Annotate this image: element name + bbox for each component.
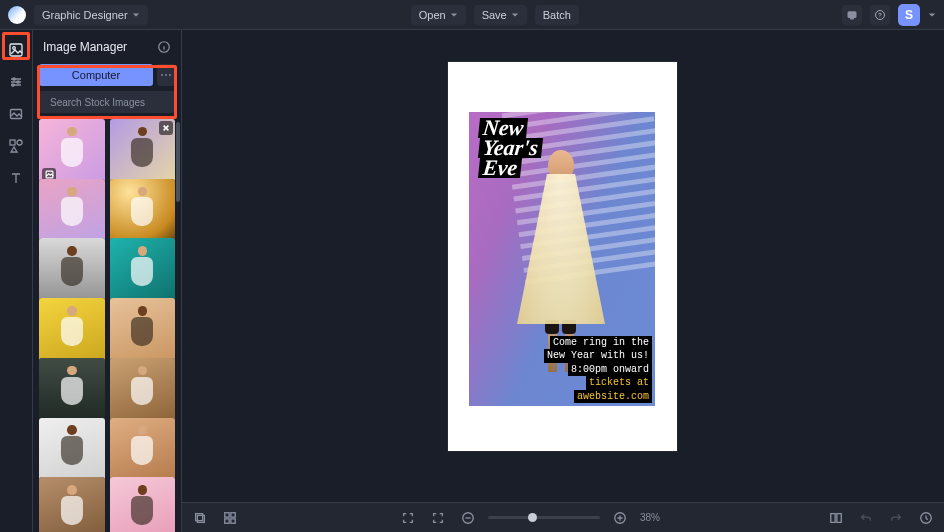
dots-icon: ⋯ xyxy=(160,69,173,81)
search-stock-input[interactable] xyxy=(50,97,177,108)
thumb-5[interactable] xyxy=(39,238,105,304)
info-line-2: New Year with us! xyxy=(544,349,652,363)
upload-row: Computer ⋯ xyxy=(33,64,181,86)
undo-button[interactable] xyxy=(856,508,876,528)
thumb-6[interactable] xyxy=(110,238,176,304)
batch-label: Batch xyxy=(543,9,571,21)
rail-background[interactable] xyxy=(6,104,26,124)
svg-rect-18 xyxy=(225,518,229,522)
info-button[interactable] xyxy=(157,40,171,54)
bottom-right-tools xyxy=(826,508,936,528)
compare-icon xyxy=(829,511,843,525)
info-line-5: awebsite.com xyxy=(574,390,652,404)
rail-image-manager[interactable] xyxy=(6,40,26,60)
avatar-initial: S xyxy=(905,8,913,22)
actual-size-button[interactable] xyxy=(428,508,448,528)
layers-button[interactable] xyxy=(190,508,210,528)
upload-computer-button[interactable]: Computer xyxy=(39,64,153,86)
zoom-slider-handle[interactable] xyxy=(528,513,537,522)
mode-select[interactable]: Graphic Designer xyxy=(34,5,148,25)
thumb-2[interactable] xyxy=(110,119,176,185)
thumb-image xyxy=(110,477,176,532)
canvas-area[interactable]: New Year's Eve Come ring in the New Year… xyxy=(182,30,944,502)
thumb-4[interactable] xyxy=(110,179,176,245)
rail-adjust[interactable] xyxy=(6,72,26,92)
grid-toggle-button[interactable] xyxy=(220,508,240,528)
thumb-9[interactable] xyxy=(39,358,105,424)
svg-rect-23 xyxy=(837,513,841,522)
chevron-down-icon xyxy=(132,11,140,19)
thumb-12[interactable] xyxy=(110,418,176,484)
svg-point-10 xyxy=(17,140,22,145)
svg-rect-19 xyxy=(231,518,235,522)
compare-button[interactable] xyxy=(826,508,846,528)
canvas-info-block[interactable]: Come ring in the New Year with us! 8:00p… xyxy=(544,336,652,404)
grid-scrollbar[interactable] xyxy=(176,122,180,526)
title-line-3: Eve xyxy=(478,158,522,178)
thumb-3[interactable] xyxy=(39,179,105,245)
redo-icon xyxy=(889,511,903,525)
svg-rect-22 xyxy=(831,513,835,522)
plus-icon xyxy=(613,511,627,525)
thumb-10[interactable] xyxy=(110,358,176,424)
info-line-4: tickets at xyxy=(586,376,652,390)
rail-text[interactable] xyxy=(6,168,26,188)
help-button[interactable]: ? xyxy=(870,5,890,25)
upload-label: Computer xyxy=(72,69,120,81)
fit-screen-button[interactable] xyxy=(398,508,418,528)
svg-rect-16 xyxy=(225,512,229,516)
zoom-slider[interactable] xyxy=(488,516,600,519)
thumb-8[interactable] xyxy=(110,298,176,364)
app-logo xyxy=(8,6,26,24)
thumb-1[interactable] xyxy=(39,119,105,185)
open-label: Open xyxy=(419,9,446,21)
zoom-out-button[interactable] xyxy=(458,508,478,528)
image-icon xyxy=(8,42,24,58)
upload-more-button[interactable]: ⋯ xyxy=(157,64,175,86)
thumb-image xyxy=(110,418,176,484)
grid-icon xyxy=(223,511,237,525)
thumb-image xyxy=(110,358,176,424)
zoom-label: 38% xyxy=(640,512,668,523)
thumb-image xyxy=(39,238,105,304)
thumb-remove-button[interactable] xyxy=(159,121,173,135)
search-stock-row[interactable] xyxy=(39,91,175,113)
history-button[interactable] xyxy=(916,508,936,528)
history-icon xyxy=(919,511,933,525)
svg-text:?: ? xyxy=(878,12,882,18)
sliders-icon xyxy=(8,74,24,90)
thumb-14[interactable] xyxy=(110,477,176,532)
thumb-13[interactable] xyxy=(39,477,105,532)
svg-rect-17 xyxy=(231,512,235,516)
image-grid: Drag or Double Click xyxy=(33,113,181,532)
thumb-image xyxy=(110,238,176,304)
batch-button[interactable]: Batch xyxy=(535,5,579,25)
info-line-3: 8:00pm onward xyxy=(568,363,652,377)
thumb-7[interactable] xyxy=(39,298,105,364)
chevron-down-icon xyxy=(450,11,458,19)
chevron-down-icon[interactable] xyxy=(928,11,936,19)
minus-icon xyxy=(461,511,475,525)
save-button[interactable]: Save xyxy=(474,5,527,25)
feedback-button[interactable] xyxy=(842,5,862,25)
thumb-11[interactable] xyxy=(39,418,105,484)
image-on-canvas-icon xyxy=(45,170,54,179)
artboard[interactable]: New Year's Eve Come ring in the New Year… xyxy=(448,62,677,451)
zoom-in-button[interactable] xyxy=(610,508,630,528)
rail-elements[interactable] xyxy=(6,136,26,156)
canvas-title[interactable]: New Year's Eve xyxy=(479,118,542,179)
topbar-right: ? S xyxy=(842,4,936,26)
svg-point-4 xyxy=(13,47,16,50)
redo-button[interactable] xyxy=(886,508,906,528)
svg-rect-3 xyxy=(10,44,22,56)
bottombar: 38% xyxy=(182,502,944,532)
thumb-image xyxy=(39,358,105,424)
scroll-handle[interactable] xyxy=(176,122,180,202)
undo-icon xyxy=(859,511,873,525)
close-icon xyxy=(162,124,170,132)
sidebar-header: Image Manager xyxy=(33,30,181,64)
canvas-photo[interactable]: New Year's Eve Come ring in the New Year… xyxy=(469,112,655,406)
open-button[interactable]: Open xyxy=(411,5,466,25)
avatar[interactable]: S xyxy=(898,4,920,26)
fit-icon xyxy=(401,511,415,525)
